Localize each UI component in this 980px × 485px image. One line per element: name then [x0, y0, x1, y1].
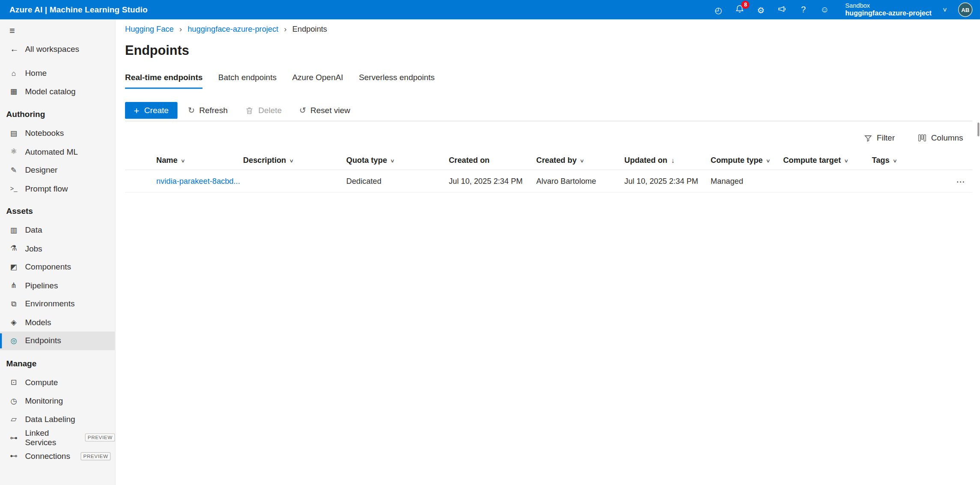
- column-header-updated-on[interactable]: Updated on ↓: [624, 156, 710, 164]
- sidebar-item-data-labeling[interactable]: ▱ Data Labeling: [0, 410, 115, 428]
- sidebar-item-label: Endpoints: [25, 336, 61, 345]
- sidebar-item-prompt-flow[interactable]: >_ Prompt flow: [0, 179, 115, 198]
- settings-button[interactable]: ⚙: [755, 3, 766, 17]
- sidebar-item-jobs[interactable]: ⚗ Jobs: [0, 239, 115, 257]
- column-header-description[interactable]: Description ˅: [243, 156, 346, 164]
- toolbar-divider: [125, 121, 972, 121]
- sidebar-item-data[interactable]: ▥ Data: [0, 221, 115, 239]
- tab-serverless-endpoints[interactable]: Serverless endpoints: [359, 72, 435, 89]
- model-catalog-icon: ▦: [9, 87, 18, 96]
- breadcrumb-project-link[interactable]: huggingface-azure-project: [188, 25, 278, 33]
- sidebar-item-designer[interactable]: ✎ Designer: [0, 161, 115, 179]
- compute-type-cell: Managed: [711, 177, 783, 185]
- sidebar-item-environments[interactable]: ⧉ Environments: [0, 295, 115, 313]
- updated-on-cell: Jul 10, 2025 2:34 PM: [624, 177, 710, 185]
- workspace-selector[interactable]: Sandbox huggingface-azure-project: [845, 2, 932, 18]
- sidebar-item-home[interactable]: ⌂ Home: [0, 64, 115, 82]
- main-content: Hugging Face › huggingface-azure-project…: [116, 19, 980, 485]
- columns-button[interactable]: Columns: [910, 129, 970, 146]
- sidebar-item-label: Linked Services: [25, 428, 74, 447]
- sidebar-item-compute[interactable]: ⊡ Compute: [0, 373, 115, 392]
- column-label: Created by: [536, 156, 577, 164]
- feedback-button[interactable]: ☺: [819, 3, 830, 17]
- notebooks-icon: ▤: [9, 129, 18, 137]
- sidebar-nav: ⌂ Home ▦ Model catalog Authoring ▤ Noteb…: [0, 56, 115, 465]
- column-header-name[interactable]: Name ˅: [156, 156, 243, 164]
- column-header-compute-type[interactable]: Compute type ˅: [711, 156, 783, 164]
- sidebar-item-connections[interactable]: ⊷ Connections PREVIEW: [0, 447, 115, 465]
- sidebar-item-models[interactable]: ◈ Models: [0, 313, 115, 332]
- user-avatar[interactable]: AB: [958, 3, 973, 17]
- create-button[interactable]: + Create: [125, 102, 177, 119]
- history-button[interactable]: ◴: [713, 3, 724, 17]
- breadcrumb-current-page: Endpoints: [292, 25, 327, 33]
- tab-real-time-endpoints[interactable]: Real-time endpoints: [125, 72, 203, 89]
- table-row[interactable]: nvidia-parakeet-8acbd... Dedicated Jul 1…: [125, 170, 972, 193]
- sidebar-item-pipelines[interactable]: ⋔ Pipelines: [0, 276, 115, 295]
- breadcrumb-separator-icon: ›: [284, 24, 286, 34]
- sidebar-item-label: Designer: [25, 165, 57, 175]
- breadcrumb-separator-icon: ›: [179, 24, 182, 34]
- filter-button[interactable]: Filter: [857, 129, 902, 146]
- hamburger-icon: ≡: [9, 25, 15, 36]
- chevron-down-icon: ˅: [893, 158, 897, 164]
- delete-button[interactable]: Delete: [238, 102, 289, 119]
- sidebar-item-label: Prompt flow: [25, 184, 68, 193]
- sidebar-item-label: Notebooks: [25, 129, 64, 138]
- sidebar-item-model-catalog[interactable]: ▦ Model catalog: [0, 82, 115, 101]
- toolbar: + Create ↻ Refresh Delete ↺ Reset view: [125, 102, 975, 119]
- sidebar-section-assets: Assets: [0, 198, 115, 221]
- megaphone-icon: [777, 4, 787, 15]
- endpoint-link[interactable]: nvidia-parakeet-8acbd...: [156, 177, 240, 185]
- sidebar-item-endpoints[interactable]: ◎ Endpoints: [0, 332, 115, 350]
- help-icon: ?: [801, 5, 806, 15]
- refresh-label: Refresh: [199, 106, 227, 115]
- breadcrumb-hub-link[interactable]: Hugging Face: [125, 25, 174, 33]
- vertical-scrollbar[interactable]: [977, 123, 979, 136]
- column-header-quota-type[interactable]: Quota type ˅: [346, 156, 449, 164]
- hamburger-menu-button[interactable]: ≡: [0, 19, 115, 38]
- history-icon: ◴: [715, 5, 722, 15]
- row-actions-button[interactable]: ⋯: [954, 175, 968, 187]
- sidebar-item-automated-ml[interactable]: ⚛ Automated ML: [0, 142, 115, 161]
- notifications-button[interactable]: 8: [734, 3, 745, 17]
- tab-azure-openai[interactable]: Azure OpenAI: [292, 72, 343, 89]
- automated-ml-icon: ⚛: [9, 147, 18, 156]
- endpoint-name-cell: nvidia-parakeet-8acbd...: [156, 177, 243, 185]
- tab-batch-endpoints[interactable]: Batch endpoints: [218, 72, 277, 89]
- preview-badge: PREVIEW: [81, 452, 111, 460]
- tab-bar: Real-time endpoints Batch endpoints Azur…: [125, 72, 975, 89]
- column-label: Name: [156, 156, 178, 164]
- column-label: Quota type: [346, 156, 387, 164]
- chevron-down-icon: ˅: [181, 158, 185, 164]
- app-window: Azure AI | Machine Learning Studio ◴ 8 ⚙…: [0, 0, 980, 485]
- sidebar-item-notebooks[interactable]: ▤ Notebooks: [0, 124, 115, 142]
- created-by-cell: Alvaro Bartolome: [536, 177, 625, 185]
- refresh-button[interactable]: ↻ Refresh: [181, 102, 235, 119]
- column-label: Compute type: [711, 156, 763, 164]
- column-header-compute-target[interactable]: Compute target ˅: [783, 156, 872, 164]
- all-workspaces-label: All workspaces: [25, 44, 79, 54]
- environments-icon: ⧉: [9, 299, 18, 308]
- monitoring-icon: ◷: [9, 396, 18, 405]
- quota-type-cell: Dedicated: [346, 177, 449, 185]
- reset-view-button[interactable]: ↺ Reset view: [292, 102, 357, 119]
- models-icon: ◈: [9, 318, 18, 326]
- reset-view-icon: ↺: [299, 106, 306, 114]
- top-bar: Azure AI | Machine Learning Studio ◴ 8 ⚙…: [0, 0, 980, 19]
- sidebar-item-components[interactable]: ◩ Components: [0, 257, 115, 276]
- row-actions-cell: ⋯: [944, 176, 972, 186]
- column-header-created-on[interactable]: Created on: [449, 156, 536, 164]
- sidebar-item-label: Model catalog: [25, 87, 75, 96]
- all-workspaces-link[interactable]: ← All workspaces: [0, 38, 115, 56]
- sidebar-item-label: Automated ML: [25, 147, 77, 156]
- column-header-created-by[interactable]: Created by ˅: [536, 156, 625, 164]
- sidebar-item-label: Environments: [25, 299, 74, 308]
- workspace-chevron-down-icon[interactable]: ˅: [943, 6, 947, 14]
- column-header-tags[interactable]: Tags ˅: [872, 156, 944, 164]
- sidebar-item-linked-services[interactable]: ⊶ Linked Services PREVIEW: [0, 428, 115, 447]
- column-label: Updated on: [624, 156, 667, 164]
- help-button[interactable]: ?: [798, 3, 809, 17]
- sidebar-item-monitoring[interactable]: ◷ Monitoring: [0, 392, 115, 410]
- announcements-button[interactable]: [777, 3, 788, 17]
